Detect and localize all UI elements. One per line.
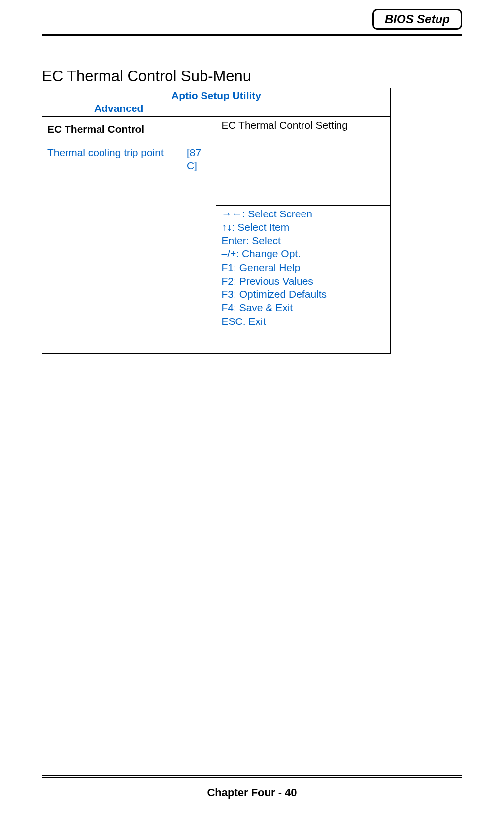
page-badge: BIOS Setup — [372, 9, 462, 30]
bios-subhead: EC Thermal Control — [47, 123, 211, 136]
rule-thick-bottom — [42, 775, 462, 776]
bios-item-row[interactable]: Thermal cooling trip point [87 C] — [47, 146, 211, 173]
nav-line: Enter: Select — [221, 234, 385, 247]
nav-line: –/+: Change Opt. — [221, 248, 385, 260]
menu-label: Advanced — [94, 102, 385, 115]
nav-line: F3: Optimized Defaults — [221, 288, 385, 301]
nav-line: F1: General Help — [221, 261, 385, 274]
bios-nav-cell: →←: Select Screen ↑↓: Select Item Enter:… — [216, 205, 391, 353]
bios-header-cell: Aptio Setup Utility Advanced — [42, 88, 391, 117]
rule-thin-top — [42, 33, 462, 33]
nav-line: →←: Select Screen — [221, 208, 385, 220]
nav-line: F2: Previous Values — [221, 275, 385, 287]
bios-left-panel: EC Thermal Control Thermal cooling trip … — [42, 116, 216, 353]
bios-item-label: Thermal cooling trip point — [47, 146, 187, 173]
nav-line: ↑↓: Select Item — [221, 221, 385, 234]
page-footer: Chapter Four - 40 — [42, 774, 462, 799]
bios-help-cell: EC Thermal Control Setting — [216, 116, 391, 205]
nav-line: F4: Save & Exit — [221, 301, 385, 314]
rule-thick-top — [42, 34, 462, 36]
footer-label: Chapter Four - 40 — [42, 786, 462, 799]
utility-title: Aptio Setup Utility — [47, 89, 385, 102]
bios-item-value: [87 C] — [187, 146, 211, 173]
bios-table: Aptio Setup Utility Advanced EC Thermal … — [42, 88, 391, 354]
rule-thin-bottom — [42, 777, 462, 778]
section-title: EC Thermal Control Sub-Menu — [42, 68, 462, 85]
nav-line: ESC: Exit — [221, 315, 385, 328]
